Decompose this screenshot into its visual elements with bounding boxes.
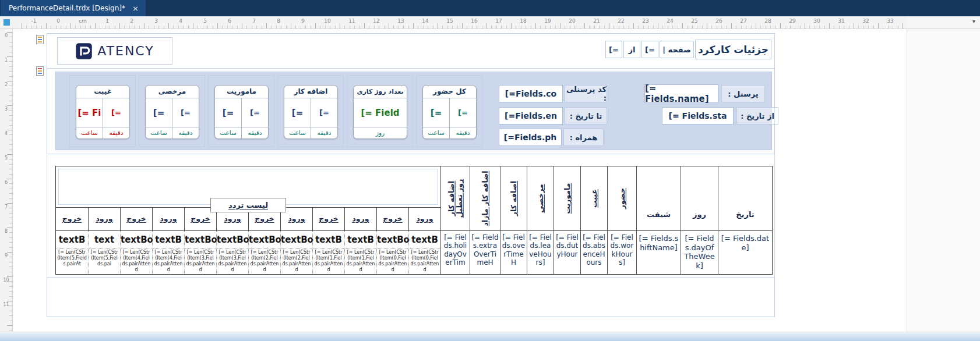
page-label-box[interactable]: صفحه | — [660, 41, 694, 58]
document-tab-title: PerformanceDetail.trdx [Design]* — [9, 4, 125, 12]
trip-column-cell[interactable]: textBo [= Len(CStr(Item(2,Fields.pairAtt… — [280, 231, 312, 274]
hours-caption: ساعت — [423, 127, 449, 138]
personnel-code-field[interactable]: [=Fields.co — [499, 85, 563, 102]
trip-column-cell[interactable]: textBo [= Len(CStr(Item(4,Fields.pairAtt… — [120, 231, 152, 274]
plain-column-header[interactable]: روز — [681, 166, 718, 230]
minutes-value-field[interactable]: [= — [172, 98, 199, 127]
trip-column-header[interactable]: ورود — [408, 208, 440, 230]
plain-column-cell[interactable]: [= Fields.dayOfTheWeek] — [681, 230, 718, 274]
rotated-column-cell[interactable]: [= Fields.holidayOverTim — [441, 230, 470, 274]
detail-section-icon[interactable] — [36, 66, 44, 76]
hours-value-field[interactable]: [= — [423, 98, 449, 127]
rotated-header-text: ماموریت — [563, 169, 571, 228]
from-date-field[interactable]: [= Fields.sta — [662, 107, 734, 125]
hours-value-field[interactable]: [= — [215, 98, 241, 127]
personnel-name-field[interactable]: [= Fields.name] — [644, 84, 718, 103]
trip-column-cell[interactable]: textBo [= Len(CStr(Item(3,Fields.pairAtt… — [184, 231, 216, 274]
page-header-band[interactable]: ATENCY جزئیات کارکرد صفحه | [= از [= — [47, 33, 775, 69]
trip-column-header[interactable]: خروج — [312, 208, 344, 230]
close-icon[interactable]: × — [132, 5, 139, 12]
page-number-field[interactable]: [= — [605, 41, 622, 58]
to-date-field[interactable]: [=Fields.en — [499, 107, 563, 125]
chevron-down-icon[interactable]: ▾ — [972, 18, 975, 24]
rotated-column-cell[interactable]: [= Fields.overTimeH — [500, 230, 527, 274]
trips-list-title[interactable]: لیست تردد — [210, 198, 286, 212]
hours-value-field[interactable]: [= Field — [354, 98, 407, 127]
trip-column-header[interactable]: ورود — [344, 208, 376, 230]
summary-group[interactable]: کل حضور [= [= ساعت دقیقه — [416, 75, 482, 147]
rotated-column-cell[interactable]: [= Fields.absenceHours — [581, 230, 607, 274]
ruler-tick-label: 19 — [535, 16, 560, 26]
trip-column-cell[interactable]: textB [= Len(CStr(Item(0,Fields.pairAtte… — [408, 231, 440, 274]
trip-column-header[interactable]: ورود — [152, 208, 184, 230]
hours-value-field[interactable]: [= — [284, 98, 311, 127]
plain-column-cell[interactable]: [= Fields.shiftName] — [637, 230, 681, 274]
plain-column-header[interactable]: شیفت — [637, 166, 681, 230]
hours-value-field[interactable]: [= — [146, 98, 172, 127]
rotated-column-header[interactable]: ماموریت — [554, 166, 580, 230]
rotated-column-header[interactable]: مرخصی — [527, 166, 554, 230]
minutes-caption: دقیقه — [172, 127, 199, 138]
minutes-value-field[interactable]: [= — [449, 98, 476, 127]
minutes-value-field[interactable]: [= — [311, 98, 337, 127]
trip-column-cell[interactable]: textB [= Len(CStr(Item(5,Fields.pairAt — [56, 231, 88, 274]
page-header-section-icon[interactable] — [36, 35, 44, 44]
rotated-column-cell[interactable]: [= Fields.workHours] — [608, 230, 636, 274]
trip-column-cell[interactable]: textB [= Len(CStr(Item(4,Fields.pairAtte… — [152, 231, 184, 274]
rotated-column-cell[interactable]: [= Fields.extraOverTimeH — [470, 230, 500, 274]
summary-group[interactable]: تعداد روز کاری [= Field روز — [347, 75, 413, 147]
minutes-value-field[interactable]: [= — [103, 98, 129, 127]
rotated-column-header[interactable]: اضافه کار — [500, 166, 527, 230]
rotated-column-header[interactable]: اضافه کار روز تعطیل — [441, 166, 470, 230]
ruler-tick-label: 15 — [438, 16, 462, 26]
summary-group[interactable]: غیبت [= Fi [= ساعت دقیقه — [69, 75, 136, 147]
summary-group-title: مرخصی — [146, 86, 199, 98]
trip-column-cell[interactable]: textBo [= Len(CStr(Item(0,Fields.pairAtt… — [376, 231, 408, 274]
plain-column-cell[interactable]: [= Fields.date] — [718, 230, 772, 274]
ruler-tick-label: cm — [70, 16, 95, 26]
trip-column-header[interactable]: ورود — [88, 208, 120, 230]
report-title[interactable]: جزئیات کارکرد — [695, 40, 771, 59]
document-tab[interactable]: PerformanceDetail.trdx [Design]* × — [1, 0, 146, 16]
summary-group[interactable]: مرخصی [= [= ساعت دقیقه — [139, 75, 205, 147]
plain-column-header[interactable]: تاریخ — [718, 166, 772, 230]
trip-column-cell[interactable]: textB [= Len(CStr(Item(1,Fields.pairAtte… — [312, 231, 344, 274]
detail-table[interactable]: لیست تردد خروجورودخروجورودخروجورودخروجور… — [55, 166, 773, 275]
rotated-column-header[interactable]: حضور — [608, 166, 636, 230]
textbox-expression: [= Len(CStr(Item(4,Fields.pairAttend — [121, 248, 151, 274]
rotated-column-header[interactable]: اضافه کار مازاد — [470, 166, 500, 230]
summary-group[interactable]: ماموریت [= [= ساعت دقیقه — [208, 75, 274, 147]
textbox-name: textB — [409, 231, 440, 248]
hours-value-field[interactable]: [= Fi — [76, 98, 103, 127]
logo-text: ATENCY — [97, 44, 154, 58]
trip-column-cell[interactable]: text [= Len(CStr(Item(5,Fields.pai — [88, 231, 120, 274]
minutes-caption: دقیقه — [311, 127, 337, 138]
minutes-value-field[interactable]: [= — [241, 98, 268, 127]
design-canvas[interactable]: ATENCY جزئیات کارکرد صفحه | [= از [= غیب… — [13, 29, 907, 332]
ruler-tick-label: 1 — [0, 56, 12, 81]
page-count-field[interactable]: [= — [641, 41, 658, 58]
textbox-expression: [= Len(CStr(Item(3,Fields.pairAttend — [185, 248, 216, 274]
summary-group[interactable]: اضافه کار [= [= ساعت دقیقه — [277, 75, 344, 147]
summary-group-values: [= [= — [284, 98, 337, 127]
trip-column-cell[interactable]: textBo [= Len(CStr(Item(3,Fields.pairAtt… — [216, 231, 248, 274]
ruler-tick-label: 9 — [291, 16, 315, 26]
rotated-column-cell[interactable]: [= Fields.leaveHours] — [527, 230, 554, 274]
trips-merged-header-cell[interactable]: لیست تردد — [56, 166, 440, 207]
logo-box[interactable]: ATENCY — [57, 37, 172, 65]
textbox-name: textB — [56, 231, 88, 248]
trip-column-header[interactable]: خروج — [376, 208, 408, 230]
phone-field[interactable]: [=Fields.ph — [499, 129, 562, 146]
trip-column-header[interactable]: خروج — [56, 208, 88, 230]
minutes-caption: دقیقه — [241, 127, 268, 138]
trip-column-cell[interactable]: textBo [= Len(CStr(Item(2,Fields.pairAtt… — [248, 231, 280, 274]
ruler-tick-label: 5 — [0, 154, 12, 179]
trip-column-header[interactable]: خروج — [120, 208, 152, 230]
ruler-origin — [0, 16, 13, 29]
trip-column-cell[interactable]: textB [= Len(CStr(Item(1,Fields.pairAtte… — [344, 231, 376, 274]
of-label-box[interactable]: از — [623, 41, 640, 58]
minutes-caption: دقیقه — [103, 127, 129, 138]
rotated-column-cell[interactable]: [= Fields.dutyHour — [554, 230, 580, 274]
rotated-column-header[interactable]: غیبت — [581, 166, 607, 230]
summary-band[interactable]: غیبت [= Fi [= ساعت دقیقه — [55, 72, 772, 150]
